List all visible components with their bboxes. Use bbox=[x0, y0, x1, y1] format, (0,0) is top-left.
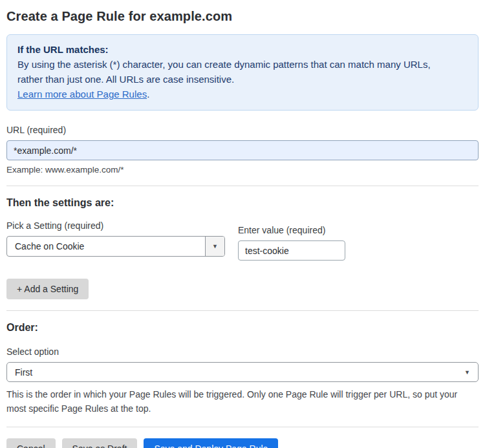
divider bbox=[6, 310, 479, 311]
order-select-value: First bbox=[15, 367, 32, 378]
setting-select[interactable]: Cache on Cookie ▼ bbox=[6, 236, 225, 257]
save-and-deploy-button[interactable]: Save and Deploy Page Rule bbox=[144, 438, 278, 448]
settings-section-heading: Then the settings are: bbox=[6, 197, 479, 209]
setting-picker-column: Pick a Setting (required) Cache on Cooki… bbox=[6, 220, 225, 257]
order-helper-text: This is the order in which your Page Rul… bbox=[6, 387, 472, 416]
setting-picker-label: Pick a Setting (required) bbox=[6, 220, 225, 231]
setting-value-input[interactable] bbox=[238, 240, 345, 261]
url-field-label: URL (required) bbox=[6, 125, 479, 135]
info-box-heading: If the URL matches: bbox=[17, 42, 468, 57]
url-match-info-box: If the URL matches: By using the asteris… bbox=[6, 34, 479, 111]
setting-select-arrow-button[interactable]: ▼ bbox=[205, 237, 224, 256]
chevron-down-icon: ▼ bbox=[464, 369, 470, 376]
cancel-button[interactable]: Cancel bbox=[6, 438, 56, 448]
info-box-link-line: Learn more about Page Rules. bbox=[17, 87, 468, 101]
page-title: Create a Page Rule for example.com bbox=[6, 9, 479, 24]
url-input[interactable] bbox=[6, 140, 479, 160]
order-section-heading: Order: bbox=[6, 322, 479, 334]
setting-select-value: Cache on Cookie bbox=[7, 237, 205, 256]
url-section: URL (required) Example: www.example.com/… bbox=[6, 125, 479, 175]
order-select[interactable]: First ▼ bbox=[6, 362, 479, 382]
setting-value-label: Enter value (required) bbox=[238, 225, 345, 235]
save-as-draft-button[interactable]: Save as Draft bbox=[62, 438, 138, 448]
chevron-down-icon: ▼ bbox=[212, 243, 218, 250]
divider bbox=[6, 427, 479, 427]
learn-more-link[interactable]: Learn more about Page Rules bbox=[17, 89, 147, 100]
order-select-label: Select option bbox=[6, 347, 479, 357]
url-field-helper: Example: www.example.com/* bbox=[6, 165, 479, 175]
info-box-body: By using the asterisk (*) character, you… bbox=[17, 57, 457, 87]
footer-actions: Cancel Save as Draft Save and Deploy Pag… bbox=[6, 438, 479, 448]
add-setting-button[interactable]: + Add a Setting bbox=[6, 279, 89, 299]
settings-row: Pick a Setting (required) Cache on Cooki… bbox=[6, 220, 479, 261]
divider bbox=[6, 186, 479, 186]
setting-value-column: Enter value (required) bbox=[238, 220, 345, 261]
link-suffix: . bbox=[147, 89, 149, 100]
page-rule-form: Create a Page Rule for example.com If th… bbox=[0, 0, 485, 448]
